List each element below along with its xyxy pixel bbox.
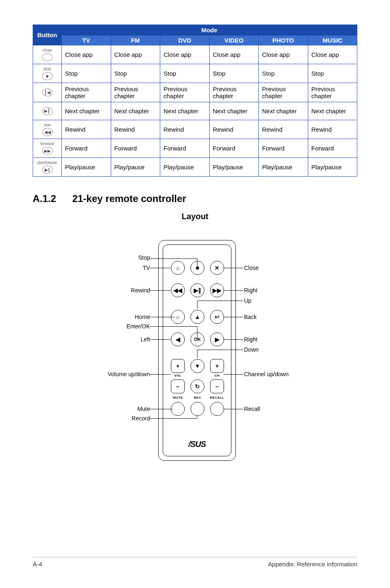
ch-label: CH xyxy=(209,374,225,377)
cell: Next chapter xyxy=(62,102,111,120)
remote-layout-diagram: ⌂ ■ ✕ ◀◀ ▶∥ ▶▶ ⌂ ▲ ↩ ◀ OK ▶ + ▼ + VOL CH… xyxy=(52,228,338,473)
rec-button-icon xyxy=(191,402,204,416)
mute-label: MUTE xyxy=(170,396,186,399)
mute-button-icon xyxy=(171,402,185,416)
callout-chan: Channel up/down xyxy=(244,371,289,377)
cell: Play/pause xyxy=(209,158,259,177)
callout-vol: Volume up/down xyxy=(52,371,150,377)
callout-enterok: Enter/OK xyxy=(52,323,150,330)
cell: Previous chapter xyxy=(160,83,210,102)
cell: Stop xyxy=(209,64,259,83)
cell: Rewind xyxy=(62,120,111,139)
subhead-tv: TV xyxy=(62,36,111,45)
footer-text: Appendix: Reference information xyxy=(268,561,357,568)
close-icon-label: close xyxy=(43,48,52,52)
stop-button-icon: ■ xyxy=(191,261,204,275)
callout-left: Left xyxy=(52,336,150,343)
callout-mute: Mute xyxy=(52,406,150,412)
cell: Forward xyxy=(209,139,259,158)
section-heading: A.1.2 21-key remote controller xyxy=(33,193,357,204)
table-row: play/pause▶∥ Play/pause Play/pause Play/… xyxy=(33,158,357,177)
cell: Close app xyxy=(308,45,357,64)
cell: Forward xyxy=(308,139,357,158)
cell: Forward xyxy=(259,139,308,158)
table-row: ▶┃ Next chapter Next chapter Next chapte… xyxy=(33,102,357,120)
vol-label: VOL xyxy=(170,374,186,377)
cell: Previous chapter xyxy=(259,83,308,102)
cell: Play/pause xyxy=(62,158,111,177)
playpause-icon: ▶∥ xyxy=(42,166,53,174)
cell: Next chapter xyxy=(308,102,357,120)
subhead-fm: FM xyxy=(111,36,160,45)
playpause-icon-label: play/pause xyxy=(37,160,57,165)
callout-rewind: Rewind xyxy=(52,287,150,294)
rewind-icon-label: rew xyxy=(44,123,50,127)
cell: Forward xyxy=(62,139,111,158)
close-icon xyxy=(42,53,53,61)
rewind-button-icon: ◀◀ xyxy=(171,283,185,297)
fastforward-button-icon: ▶▶ xyxy=(210,283,224,297)
up-button-icon: ▲ xyxy=(191,310,204,324)
table-row: close Close app Close app Close app Clos… xyxy=(33,45,357,64)
recall-label: RECALL xyxy=(209,396,225,399)
subhead-music: MUSIC xyxy=(308,36,357,45)
callout-right1: Right xyxy=(244,287,258,294)
cell: Previous chapter xyxy=(209,83,259,102)
right-button-icon: ▶ xyxy=(210,332,224,346)
forward-icon: ▶▶ xyxy=(42,147,53,155)
chminus-button-icon: – xyxy=(210,379,224,393)
cell: Rewind xyxy=(259,120,308,139)
prev-chapter-icon: ┃◀ xyxy=(42,88,53,97)
cell: Forward xyxy=(160,139,210,158)
cell: Play/pause xyxy=(308,158,357,177)
rec-label: REC xyxy=(189,396,206,399)
next-chapter-icon: ▶┃ xyxy=(42,107,53,115)
subhead-dvd: DVD xyxy=(160,36,210,45)
back-button-icon: ↩ xyxy=(210,310,224,324)
cell: Next chapter xyxy=(111,102,160,120)
cell: Stop xyxy=(259,64,308,83)
subhead-video: VIDEO xyxy=(209,36,259,45)
callout-tv: TV xyxy=(52,265,150,271)
rotate-button-icon: ↻ xyxy=(191,379,204,393)
cell: Previous chapter xyxy=(308,83,357,102)
cell: Close app xyxy=(259,45,308,64)
cell: Rewind xyxy=(308,120,357,139)
cell: Stop xyxy=(62,64,111,83)
subhead-photo: PHOTO xyxy=(259,36,308,45)
stop-icon: ■ xyxy=(42,72,53,80)
cell: Forward xyxy=(111,139,160,158)
brand-logo: /SUS xyxy=(159,440,235,449)
cell: Play/pause xyxy=(160,158,210,177)
table-row: rew◀◀ Rewind Rewind Rewind Rewind Rewind… xyxy=(33,120,357,139)
cell: Rewind xyxy=(111,120,160,139)
table-row: forward▶▶ Forward Forward Forward Forwar… xyxy=(33,139,357,158)
ok-button-icon: OK xyxy=(191,332,204,346)
cell: Stop xyxy=(308,64,357,83)
layout-heading: Layout xyxy=(33,212,357,221)
cell: Stop xyxy=(111,64,160,83)
cell: Next chapter xyxy=(160,102,210,120)
forward-icon-label: forward xyxy=(40,141,54,146)
callout-close: Close xyxy=(244,265,259,271)
cell: Play/pause xyxy=(259,158,308,177)
callout-recall: Recall xyxy=(244,406,260,412)
callout-record: Record xyxy=(52,415,150,422)
rewind-icon: ◀◀ xyxy=(42,128,53,136)
button-mode-table: Button Mode TV FM DVD VIDEO PHOTO MUSIC … xyxy=(33,25,357,177)
table-row: ┃◀ Previous chapter Previous chapter Pre… xyxy=(33,83,357,102)
cell: Stop xyxy=(160,64,210,83)
callout-down: Down xyxy=(244,346,259,353)
callout-up: Up xyxy=(244,297,251,304)
col-header-mode: Mode xyxy=(62,25,357,36)
cell: Close app xyxy=(160,45,210,64)
callout-stop: Stop xyxy=(52,254,150,261)
down-button-icon: ▼ xyxy=(191,359,204,373)
playpause-button-icon: ▶∥ xyxy=(191,283,204,297)
cell: Next chapter xyxy=(259,102,308,120)
volplus-button-icon: + xyxy=(171,359,185,373)
left-button-icon: ◀ xyxy=(171,332,185,346)
volminus-button-icon: – xyxy=(171,379,185,393)
cell: Previous chapter xyxy=(111,83,160,102)
cell: Play/pause xyxy=(111,158,160,177)
